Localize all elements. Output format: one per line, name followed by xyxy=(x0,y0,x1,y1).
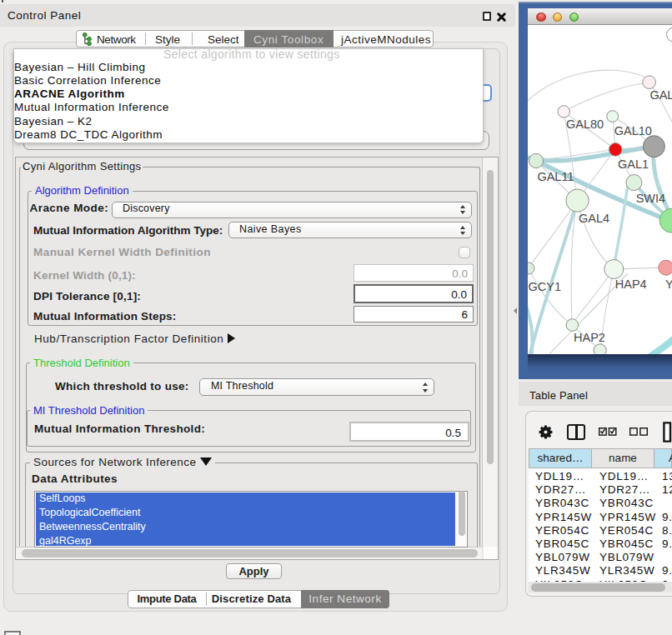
svg-text:GAL1: GAL1 xyxy=(618,158,649,171)
svg-text:GCY1: GCY1 xyxy=(529,280,562,293)
svg-text:GAL80: GAL80 xyxy=(566,118,604,131)
svg-text:GAL10: GAL10 xyxy=(614,124,652,138)
svg-text:GAL4: GAL4 xyxy=(579,212,609,225)
svg-text:HAP2: HAP2 xyxy=(574,331,605,344)
svg-text:GAL11: GAL11 xyxy=(537,170,574,183)
svg-text:GAL2: GAL2 xyxy=(649,88,672,102)
svg-text:HAP4: HAP4 xyxy=(615,278,647,291)
svg-text:SWI4: SWI4 xyxy=(636,192,665,205)
svg-text:Y: Y xyxy=(665,278,672,291)
